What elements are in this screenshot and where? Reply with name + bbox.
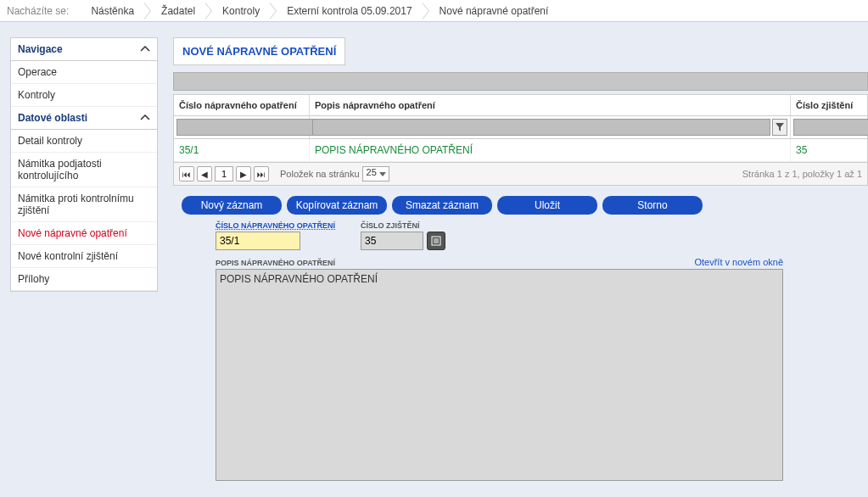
sidebar-item-prilohy[interactable]: Přílohy — [11, 268, 157, 291]
column-header-cislo-opatreni[interactable]: Číslo nápravného opatření — [174, 95, 310, 115]
new-record-button[interactable]: Nový záznam — [182, 196, 282, 215]
page-title: NOVÉ NÁPRAVNÉ OPATŘENÍ — [173, 37, 345, 65]
save-button[interactable]: Uložit — [497, 196, 597, 215]
filter-icon[interactable] — [772, 119, 787, 136]
sidebar-item-nove-zjisteni[interactable]: Nové kontrolní zjištění — [11, 245, 157, 268]
sidebar-section-label: Navigace — [18, 43, 63, 55]
page-size-label: Položek na stránku — [280, 169, 360, 179]
filter-row — [174, 116, 867, 139]
chevron-up-icon — [140, 113, 150, 123]
field-label-cislo-zjisteni: ČÍSLO ZJIŠTĚNÍ — [361, 221, 445, 230]
table-row[interactable]: 35/1 POPIS NÁPRAVNÉHO OPATŘENÍ 35 — [174, 139, 867, 162]
first-page-button[interactable]: ⏮ — [179, 166, 194, 181]
last-page-button[interactable]: ⏭ — [254, 166, 269, 181]
filter-input-col2[interactable] — [312, 119, 770, 136]
column-header-cislo-zjisteni[interactable]: Číslo zjištění — [791, 95, 867, 115]
sidebar-section-label: Datové oblasti — [18, 112, 87, 124]
chevron-up-icon — [140, 44, 150, 54]
filter-input-col1[interactable] — [176, 119, 322, 136]
table-header: Číslo nápravného opatření Popis nápravné… — [174, 95, 867, 116]
prev-page-button[interactable]: ◀ — [197, 166, 212, 181]
breadcrumb-item[interactable]: Externí kontrola 05.09.2017 — [272, 0, 423, 22]
detail-form: ČÍSLO NÁPRAVNÉHO OPATŘENÍ ČÍSLO ZJIŠTĚNÍ… — [173, 221, 868, 483]
breadcrumb-item[interactable]: Kontroly — [207, 0, 272, 22]
popis-textarea[interactable] — [216, 269, 783, 481]
sidebar-item-nove-opatreni[interactable]: Nové nápravné opatření — [11, 222, 157, 245]
breadcrumb: Nacházíte se: Nástěnka Žadatel Kontroly … — [0, 0, 868, 22]
sidebar-item-namitka-zjisteni[interactable]: Námitka proti kontrolnímu zjištění — [11, 187, 157, 222]
filter-input-col3[interactable] — [793, 119, 868, 136]
column-header-popis[interactable]: Popis nápravného opatření — [310, 95, 791, 115]
copy-record-button[interactable]: Kopírovat záznam — [287, 196, 387, 215]
field-label-popis: POPIS NÁPRAVNÉHO OPATŘENÍ — [216, 259, 335, 267]
sidebar-section-data[interactable]: Datové oblasti — [11, 107, 157, 130]
breadcrumb-label: Nacházíte se: — [7, 5, 69, 17]
cancel-button[interactable]: Storno — [602, 196, 703, 215]
sidebar-item-namitka-podjatosti[interactable]: Námitka podjatosti kontrolujícího — [11, 153, 157, 187]
breadcrumb-item[interactable]: Nové nápravné opatření — [424, 0, 561, 22]
cislo-zjisteni-input[interactable] — [361, 232, 423, 250]
cell-cislo-zjisteni: 35 — [791, 139, 867, 161]
field-label-cislo-opatreni: ČÍSLO NÁPRAVNÉHO OPATŘENÍ — [216, 221, 335, 230]
sidebar: Navigace Operace Kontroly Datové oblasti… — [10, 37, 158, 292]
sidebar-item-kontroly[interactable]: Kontroly — [11, 84, 157, 107]
open-new-window-link[interactable]: Otevřít v novém okně — [694, 257, 783, 267]
sidebar-item-detail[interactable]: Detail kontroly — [11, 130, 157, 153]
sidebar-section-navigation[interactable]: Navigace — [11, 38, 157, 61]
sidebar-item-operace[interactable]: Operace — [11, 61, 157, 84]
data-table: Číslo nápravného opatření Popis nápravné… — [173, 94, 868, 186]
breadcrumb-item[interactable]: Nástěnka — [76, 0, 146, 22]
toolbar-strip — [173, 72, 868, 91]
cell-cislo-opatreni: 35/1 — [174, 139, 310, 161]
pager-info: Stránka 1 z 1, položky 1 až 1 — [742, 169, 862, 179]
pager: ⏮ ◀ ▶ ⏭ Položek na stránku 25 Stránka 1 … — [174, 162, 867, 185]
breadcrumb-item[interactable]: Žadatel — [146, 0, 207, 22]
cell-popis: POPIS NÁPRAVNÉHO OPATŘENÍ — [310, 139, 791, 161]
action-bar: Nový záznam Kopírovat záznam Smazat zázn… — [173, 196, 868, 215]
main-content: NOVÉ NÁPRAVNÉ OPATŘENÍ Číslo nápravného … — [173, 37, 868, 483]
cislo-opatreni-input[interactable] — [216, 232, 300, 250]
lookup-button[interactable] — [427, 232, 445, 250]
page-input[interactable] — [215, 166, 233, 181]
delete-record-button[interactable]: Smazat záznam — [392, 196, 492, 215]
next-page-button[interactable]: ▶ — [236, 166, 251, 181]
page-size-select[interactable]: 25 — [362, 166, 389, 181]
